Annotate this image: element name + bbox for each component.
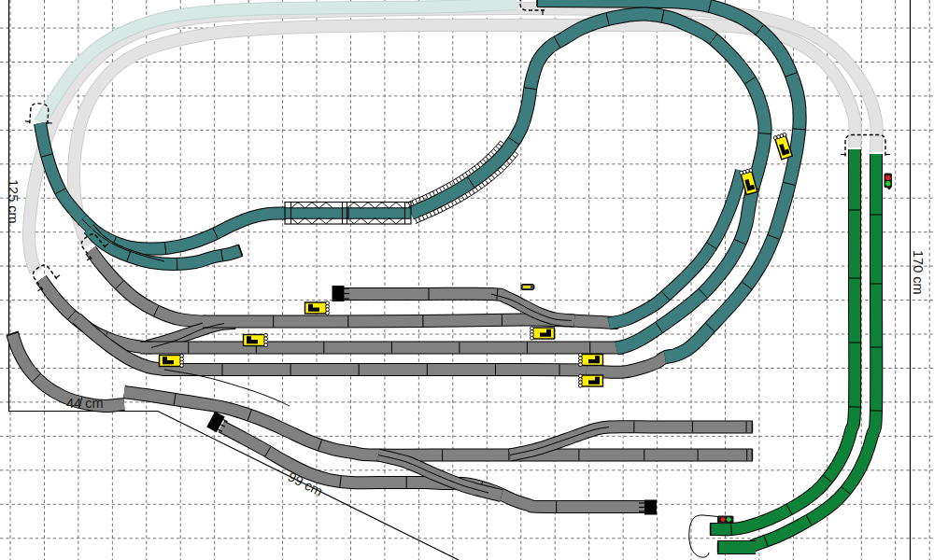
svg-text:125 cm: 125 cm <box>6 179 21 224</box>
svg-text:44 cm: 44 cm <box>66 396 104 411</box>
svg-text:170 cm: 170 cm <box>911 250 926 295</box>
